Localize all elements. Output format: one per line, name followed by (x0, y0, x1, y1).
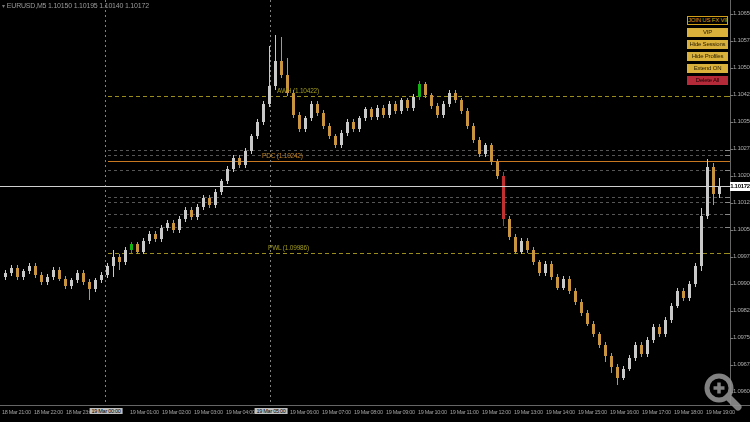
one-click-trading-arrow-icon[interactable]: ▾ (2, 3, 5, 9)
time-axis-label: 19 Mar 16:00 (610, 409, 639, 415)
price-axis-label: 1.10425 (733, 91, 750, 97)
time-axis-label: 19 Mar 06:00 (290, 409, 319, 415)
price-axis-label: 1.10275 (733, 145, 750, 151)
price-axis-label: 1.09750 (733, 334, 750, 340)
time-axis-label: 19 Mar 17:00 (642, 409, 671, 415)
time-axis-label: 19 Mar 18:00 (674, 409, 703, 415)
indicator-button-panel: JOIN US FX VIP VIP Hide Sessions Hide Pr… (687, 16, 728, 88)
hide-sessions-button[interactable]: Hide Sessions (687, 40, 728, 49)
price-axis-label: 1.09975 (733, 253, 750, 259)
time-axis-label-highlighted: 19 Mar 00:00 (90, 408, 123, 414)
price-axis-label: 1.09675 (733, 361, 750, 367)
price-axis-label: 1.09825 (733, 307, 750, 313)
time-axis-label-highlighted: 19 Mar 05:00 (255, 408, 288, 414)
price-axis-label: 1.09900 (733, 280, 750, 286)
time-axis-label: 18 Mar 21:00 (2, 409, 31, 415)
price-axis-label: 1.10125 (733, 199, 750, 205)
time-axis-label: 19 Mar 08:00 (354, 409, 383, 415)
chart-window: ▾EURUSD,M5 1.10150 1.10195 1.10140 1.101… (0, 0, 750, 422)
price-axis-label: 1.10650 (733, 10, 750, 16)
time-axis-label: 19 Mar 02:00 (162, 409, 191, 415)
level-label-pdc: PDC (1.10242) (262, 152, 303, 159)
level-label-awh: AWH (1.10422) (277, 87, 319, 94)
zoom-in-icon[interactable] (700, 371, 746, 417)
vip-button[interactable]: VIP (687, 28, 728, 37)
time-axis-label: 19 Mar 14:00 (546, 409, 575, 415)
price-axis-label: 1.10500 (733, 64, 750, 70)
chart-canvas[interactable] (0, 0, 750, 422)
time-axis-label: 19 Mar 09:00 (386, 409, 415, 415)
time-axis-label: 18 Mar 22:00 (34, 409, 63, 415)
time-axis-label: 19 Mar 10:00 (418, 409, 447, 415)
price-axis-label: 1.10575 (733, 37, 750, 43)
level-label-pwl: PWL (1.09986) (268, 244, 309, 251)
time-axis-label: 19 Mar 11:00 (450, 409, 478, 415)
chart-title: ▾EURUSD,M5 1.10150 1.10195 1.10140 1.101… (2, 2, 149, 9)
extend-on-button[interactable]: Extend ON (687, 64, 728, 73)
chart-title-text: EURUSD,M5 1.10150 1.10195 1.10140 1.1017… (7, 2, 149, 9)
price-axis-label: 1.10050 (733, 226, 750, 232)
time-axis-label: 19 Mar 03:00 (194, 409, 223, 415)
join-us-vip-button[interactable]: JOIN US FX VIP (687, 16, 728, 25)
time-axis-label: 19 Mar 04:00 (226, 409, 255, 415)
time-axis-label: 19 Mar 01:00 (130, 409, 159, 415)
time-axis-label: 19 Mar 15:00 (578, 409, 607, 415)
time-axis-label: 19 Mar 07:00 (322, 409, 351, 415)
time-axis-label: 19 Mar 12:00 (482, 409, 511, 415)
delete-all-button[interactable]: Delete All (687, 76, 728, 85)
current-price-badge: 1.10172 (730, 182, 750, 191)
price-axis-label: 1.10200 (733, 172, 750, 178)
price-axis-label: 1.10350 (733, 118, 750, 124)
hide-profiles-button[interactable]: Hide Profiles (687, 52, 728, 61)
time-axis-label: 19 Mar 13:00 (514, 409, 543, 415)
